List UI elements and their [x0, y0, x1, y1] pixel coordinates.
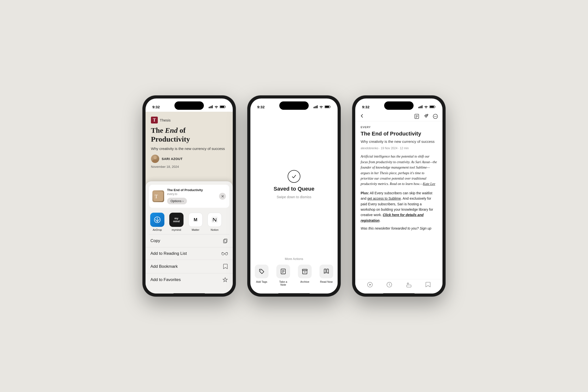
battery-icon [220, 105, 226, 108]
saved-main: Saved to Queue Swipe down to dismiss [274, 112, 314, 257]
share-favorites-label: Add to Favorites [150, 277, 181, 282]
mymind-icon: mymind [169, 213, 184, 227]
bookmark-icon [223, 264, 228, 270]
share-close-button[interactable]: ✕ [219, 193, 226, 200]
tag-icon [258, 268, 265, 275]
article-title-1: The End ofProductivity [151, 126, 227, 144]
share-copy-label: Copy [150, 238, 160, 243]
dynamic-island-3 [384, 102, 414, 110]
matter-icon: M [188, 213, 202, 227]
svg-rect-19 [317, 105, 318, 108]
share-bookmark-label: Add Bookmark [150, 264, 178, 269]
battery-icon-2 [324, 105, 331, 108]
author-avatar [151, 154, 159, 163]
bookmark-footer-icon [425, 282, 431, 288]
play-icon [367, 282, 373, 288]
share-icon [406, 282, 412, 288]
svg-rect-34 [415, 114, 419, 118]
share-copy-item[interactable]: Copy [146, 234, 233, 248]
sparkle-icon[interactable] [423, 114, 429, 119]
svg-rect-3 [212, 105, 213, 108]
bookmark-button[interactable] [425, 282, 431, 288]
phone2-content: Saved to Queue Swipe down to dismiss Mor… [250, 112, 338, 294]
more-actions-section: More Actions Add Tags Take a [250, 257, 338, 294]
reader-header-icons [414, 114, 438, 119]
svg-rect-13 [224, 239, 227, 242]
more-actions-label: More Actions [250, 257, 338, 261]
author-row: SARI AZOUT [151, 154, 227, 163]
add-tags-label: Add Tags [256, 280, 267, 283]
home-indicator-2 [278, 293, 310, 294]
svg-point-7 [152, 160, 158, 163]
saved-sub: Swipe down to dismiss [276, 195, 312, 199]
dynamic-island-2 [279, 102, 309, 110]
svg-point-15 [225, 252, 228, 255]
svg-rect-31 [422, 105, 422, 108]
share-app-mymind[interactable]: mymind mymind [169, 213, 184, 231]
share-app-matter[interactable]: M Matter [188, 213, 203, 231]
svg-rect-16 [314, 107, 314, 108]
read-now-label: Read Now [320, 280, 332, 283]
reader-footer [355, 279, 442, 294]
share-card-title: The End of Productivity [167, 188, 216, 192]
phone1-article: T Thesis The End ofProductivity Why crea… [146, 112, 233, 174]
reader-subtitle: Why creativity is the new currency of su… [361, 139, 437, 144]
svg-rect-1 [210, 106, 211, 108]
reader-body: EVERY The End of Productivity Why creati… [355, 121, 442, 236]
thesis-icon: T [151, 116, 158, 124]
action-archive[interactable]: Archive [298, 264, 312, 286]
scene: 9:32 T Thesis The End ofProductivity Why… [128, 81, 460, 311]
notion-label: Notion [211, 228, 218, 231]
action-add-tags[interactable]: Add Tags [255, 264, 268, 286]
status-time-3: 9:32 [362, 105, 370, 109]
author-name: SARI AZOUT [162, 157, 182, 161]
archive-icon [302, 268, 308, 275]
share-bookmark-item[interactable]: Add Bookmark [146, 260, 233, 274]
notion-icon [208, 213, 222, 227]
status-icons-3 [418, 105, 436, 108]
share-card: T The End of Productivity every.to Optio… [149, 185, 229, 208]
wifi-icon-2 [319, 105, 323, 108]
share-app-notion[interactable]: Notion [207, 213, 222, 231]
back-button[interactable] [360, 114, 364, 119]
reader-plus: Plus: All Every subscribers can skip the… [361, 190, 437, 223]
svg-rect-28 [418, 107, 419, 108]
add-tags-icon-wrap [255, 264, 268, 278]
options-button[interactable]: Options › [167, 198, 187, 204]
action-read-now[interactable]: Read Now [320, 264, 333, 286]
share-button[interactable] [406, 282, 412, 288]
play-button[interactable] [367, 282, 373, 288]
take-note-label: Take a Note [276, 280, 290, 286]
svg-rect-21 [325, 106, 329, 108]
notes-icon[interactable] [414, 114, 420, 119]
progress-button[interactable] [386, 282, 392, 288]
share-reading-list-item[interactable]: Add to Reading List [146, 248, 233, 260]
signal-icon-2 [314, 105, 318, 108]
share-reading-list-label: Add to Reading List [150, 251, 187, 256]
article-subtitle-1: Why creativity is the new currency of su… [151, 146, 227, 151]
status-icons-2 [314, 105, 331, 108]
svg-point-39 [434, 116, 435, 116]
checkmark-icon [291, 174, 297, 179]
note-icon [280, 268, 286, 275]
signal-icon-3 [418, 105, 422, 108]
svg-point-6 [153, 156, 157, 159]
status-time-1: 9:32 [152, 105, 160, 109]
take-note-icon-wrap [276, 264, 290, 278]
svg-rect-5 [220, 106, 224, 108]
wifi-icon-3 [424, 105, 428, 108]
share-sheet: T The End of Productivity every.to Optio… [146, 181, 233, 294]
svg-point-41 [436, 116, 436, 116]
phone-1: 9:32 T Thesis The End ofProductivity Why… [142, 96, 236, 296]
airdrop-icon [150, 213, 164, 227]
action-take-note[interactable]: Take a Note [276, 264, 290, 286]
star-icon [222, 277, 228, 282]
share-app-airdrop[interactable]: AirDrop [150, 213, 165, 231]
more-icon[interactable] [433, 114, 438, 119]
back-icon [360, 114, 364, 118]
reader-meta: alexdobrenko · 19 Nov 2024 · 12 min [361, 146, 437, 150]
status-icons-1 [209, 105, 226, 108]
share-favorites-item[interactable]: Add to Favorites [146, 274, 233, 286]
reader-more: Was this newsletter forwarded to you? Si… [361, 226, 437, 231]
status-time-2: 9:32 [257, 105, 264, 109]
